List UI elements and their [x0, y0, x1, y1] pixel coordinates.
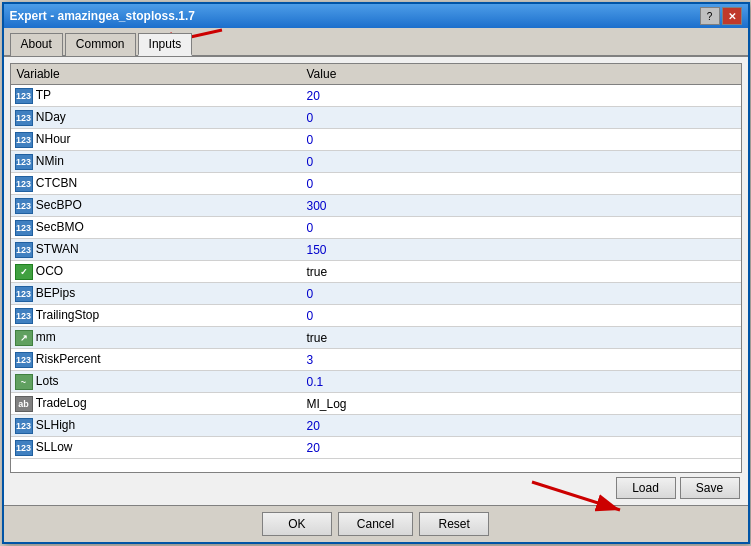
- footer-buttons: OK Cancel Reset: [4, 505, 748, 542]
- val-cell: 0: [301, 173, 741, 195]
- val-cell: 0: [301, 151, 741, 173]
- var-icon: ↗: [15, 330, 33, 346]
- var-cell: ↗ mm: [11, 327, 301, 349]
- table-row[interactable]: 123 NMin0: [11, 151, 741, 173]
- var-icon: 123: [15, 88, 33, 104]
- var-cell: ✓ OCO: [11, 261, 301, 283]
- reset-button[interactable]: Reset: [419, 512, 489, 536]
- val-cell: 3: [301, 349, 741, 371]
- table-row[interactable]: 123 SecBPO300: [11, 195, 741, 217]
- var-cell: 123 CTCBN: [11, 173, 301, 195]
- table-row[interactable]: 123 SLHigh20: [11, 415, 741, 437]
- var-icon: 123: [15, 286, 33, 302]
- col-header-value: Value: [301, 64, 741, 85]
- col-header-variable: Variable: [11, 64, 301, 85]
- inputs-table-container: Variable Value 123 TP20123 NDay0123 NHou…: [10, 63, 742, 473]
- var-icon: 123: [15, 132, 33, 148]
- var-cell: 123 NDay: [11, 107, 301, 129]
- var-cell: 123 NHour: [11, 129, 301, 151]
- title-controls: ? ✕: [700, 7, 742, 25]
- var-icon: 123: [15, 440, 33, 456]
- val-cell: 0: [301, 129, 741, 151]
- val-cell: true: [301, 261, 741, 283]
- table-header-row: Variable Value: [11, 64, 741, 85]
- load-button[interactable]: Load: [616, 477, 676, 499]
- var-icon: 123: [15, 110, 33, 126]
- main-window: Expert - amazingea_stoploss.1.7 ? ✕ Abou…: [2, 2, 750, 544]
- table-row[interactable]: 123 SLLow20: [11, 437, 741, 459]
- ok-button[interactable]: OK: [262, 512, 332, 536]
- var-cell: ab TradeLog: [11, 393, 301, 415]
- var-cell: 123 SLLow: [11, 437, 301, 459]
- var-cell: 123 SecBMO: [11, 217, 301, 239]
- val-cell: 0: [301, 305, 741, 327]
- var-cell: 123 STWAN: [11, 239, 301, 261]
- var-cell: 123 RiskPercent: [11, 349, 301, 371]
- table-row[interactable]: 123 STWAN150: [11, 239, 741, 261]
- table-row[interactable]: 123 RiskPercent3: [11, 349, 741, 371]
- cancel-button[interactable]: Cancel: [338, 512, 413, 536]
- var-icon: 123: [15, 242, 33, 258]
- table-row[interactable]: ↗ mmtrue: [11, 327, 741, 349]
- var-cell: 123 NMin: [11, 151, 301, 173]
- val-cell: 150: [301, 239, 741, 261]
- val-cell: 0: [301, 283, 741, 305]
- save-button[interactable]: Save: [680, 477, 740, 499]
- val-cell: 20: [301, 85, 741, 107]
- var-cell: 123 SecBPO: [11, 195, 301, 217]
- table-row[interactable]: 123 NHour0: [11, 129, 741, 151]
- var-icon: 123: [15, 418, 33, 434]
- val-cell: 300: [301, 195, 741, 217]
- table-row[interactable]: 123 TP20: [11, 85, 741, 107]
- var-icon: 123: [15, 220, 33, 236]
- tabs-bar: About Common Inputs: [4, 28, 748, 57]
- table-row[interactable]: 123 SecBMO0: [11, 217, 741, 239]
- title-bar: Expert - amazingea_stoploss.1.7 ? ✕: [4, 4, 748, 28]
- var-icon: 123: [15, 154, 33, 170]
- val-cell: true: [301, 327, 741, 349]
- val-cell: 0: [301, 107, 741, 129]
- var-icon: ✓: [15, 264, 33, 280]
- tab-about[interactable]: About: [10, 33, 63, 56]
- var-icon: ab: [15, 396, 33, 412]
- inputs-table: Variable Value 123 TP20123 NDay0123 NHou…: [11, 64, 741, 459]
- var-cell: ~ Lots: [11, 371, 301, 393]
- val-cell: 0.1: [301, 371, 741, 393]
- help-button[interactable]: ?: [700, 7, 720, 25]
- table-row[interactable]: 123 NDay0: [11, 107, 741, 129]
- var-cell: 123 BEPips: [11, 283, 301, 305]
- val-cell: 20: [301, 437, 741, 459]
- var-icon: ~: [15, 374, 33, 390]
- table-row[interactable]: ~ Lots0.1: [11, 371, 741, 393]
- var-icon: 123: [15, 308, 33, 324]
- val-cell: 20: [301, 415, 741, 437]
- table-row[interactable]: ab TradeLogMI_Log: [11, 393, 741, 415]
- table-row[interactable]: 123 TrailingStop0: [11, 305, 741, 327]
- var-icon: 123: [15, 198, 33, 214]
- var-cell: 123 TP: [11, 85, 301, 107]
- window-title: Expert - amazingea_stoploss.1.7: [10, 9, 195, 23]
- load-save-buttons: Load Save: [10, 477, 742, 499]
- var-icon: 123: [15, 352, 33, 368]
- table-row[interactable]: ✓ OCOtrue: [11, 261, 741, 283]
- var-cell: 123 TrailingStop: [11, 305, 301, 327]
- close-button[interactable]: ✕: [722, 7, 742, 25]
- tab-inputs[interactable]: Inputs: [138, 33, 193, 56]
- table-row[interactable]: 123 CTCBN0: [11, 173, 741, 195]
- var-icon: 123: [15, 176, 33, 192]
- tab-common[interactable]: Common: [65, 33, 136, 56]
- val-cell: MI_Log: [301, 393, 741, 415]
- table-row[interactable]: 123 BEPips0: [11, 283, 741, 305]
- var-cell: 123 SLHigh: [11, 415, 301, 437]
- content-area: Variable Value 123 TP20123 NDay0123 NHou…: [4, 57, 748, 505]
- val-cell: 0: [301, 217, 741, 239]
